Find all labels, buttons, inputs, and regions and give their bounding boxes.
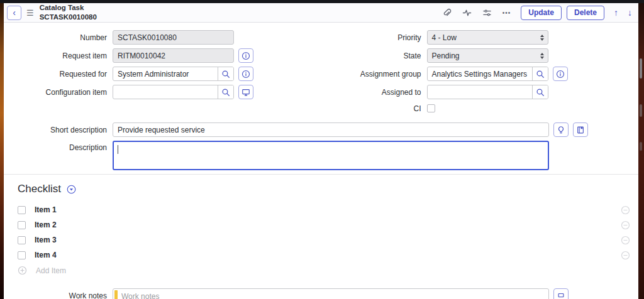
back-button[interactable]: ‹ xyxy=(7,6,21,20)
checklist-collapse-toggle[interactable] xyxy=(67,185,76,194)
requested-for-label: Requested for xyxy=(4,70,113,79)
assignment-group-field[interactable]: Analytics Settings Managers xyxy=(427,67,548,81)
field-row-work-notes: Work notes xyxy=(4,288,638,299)
field-row-priority: Priority 4 - Low xyxy=(321,30,639,45)
field-row-assigned-to: Assigned to xyxy=(321,85,639,99)
add-item-label: Add Item xyxy=(36,266,66,275)
number-value: SCTASK0010080 xyxy=(113,31,233,44)
state-select[interactable]: Pending xyxy=(427,48,548,63)
plus-circle-icon xyxy=(18,266,27,275)
item-4-checkbox[interactable] xyxy=(18,251,26,259)
priority-select[interactable]: 4 - Low xyxy=(427,30,548,45)
work-notes-field[interactable] xyxy=(113,288,549,299)
more-options-icon[interactable]: ••• xyxy=(502,9,511,16)
suggestion-button[interactable] xyxy=(553,122,569,137)
ci-label: CI xyxy=(321,104,427,113)
search-icon xyxy=(536,88,545,97)
assigned-to-field[interactable] xyxy=(427,85,548,99)
item-2-checkbox[interactable] xyxy=(18,221,26,229)
remove-item-icon[interactable] xyxy=(621,220,630,230)
short-description-label: Short description xyxy=(4,126,113,134)
assigned-to-lookup-button[interactable] xyxy=(532,85,548,99)
item-1-checkbox[interactable] xyxy=(18,206,26,214)
previous-record-icon[interactable]: ↑ xyxy=(614,8,618,18)
header-actions: ••• Update Delete ↑ ↓ xyxy=(431,6,632,20)
chevron-down-circle-icon xyxy=(67,185,76,194)
request-item-label: Request item xyxy=(4,52,113,60)
assignment-group-preview-button[interactable] xyxy=(553,67,568,81)
scrollbar-mark xyxy=(640,104,642,117)
remove-item-icon[interactable] xyxy=(621,236,630,245)
priority-value: 4 - Low xyxy=(432,33,457,42)
field-row-requested-for: Requested for System Administrator xyxy=(4,67,321,81)
record-number: SCTASK0010080 xyxy=(40,13,97,22)
configuration-item-field[interactable] xyxy=(113,85,234,99)
form-header: ‹ ☰ Catalog Task SCTASK0010080 xyxy=(4,3,638,23)
search-icon xyxy=(221,70,230,79)
checklist-title: Checklist xyxy=(18,183,61,195)
short-description-value: Provide requested service xyxy=(113,123,548,136)
lightbulb-icon xyxy=(557,126,565,134)
item-3-checkbox[interactable] xyxy=(18,236,26,244)
requested-for-value: System Administrator xyxy=(113,67,218,80)
configuration-item-value xyxy=(113,85,218,99)
page-title: Catalog Task SCTASK0010080 xyxy=(40,3,97,22)
catalog-task-form: ‹ ☰ Catalog Task SCTASK0010080 xyxy=(4,3,638,299)
assignment-group-label: Assignment group xyxy=(321,70,427,79)
configuration-item-lookup-button[interactable] xyxy=(218,85,233,99)
item-label: Item 3 xyxy=(35,236,57,244)
scrollbar-thumb[interactable] xyxy=(640,58,642,79)
checklist-header: Checklist xyxy=(18,183,638,195)
checklist-item: Item 1 xyxy=(18,202,638,217)
knowledge-search-button[interactable] xyxy=(573,122,588,137)
add-item-button[interactable]: Add Item xyxy=(18,266,638,275)
work-notes-input[interactable] xyxy=(118,289,548,299)
form-column-right: Priority 4 - Low State Pending Assignmen… xyxy=(321,30,639,114)
info-icon xyxy=(556,70,565,79)
paperclip-icon[interactable] xyxy=(442,8,452,18)
settings-sliders-icon[interactable] xyxy=(482,8,492,18)
configuration-item-dependency-button[interactable] xyxy=(238,85,253,99)
checklist-item: Item 2 xyxy=(18,217,638,232)
checklist-item: Item 3 xyxy=(18,232,638,247)
remove-item-icon[interactable] xyxy=(621,251,630,260)
assignment-group-value: Analytics Settings Managers xyxy=(428,67,532,80)
field-row-assignment-group: Assignment group Analytics Settings Mana… xyxy=(321,67,639,81)
form-column-left: Number SCTASK0010080 Request item RITM00… xyxy=(4,30,321,114)
scrollbar-mark xyxy=(640,142,642,151)
item-label: Item 2 xyxy=(35,220,57,229)
field-row-description: Description xyxy=(4,141,638,170)
activity-stream-icon[interactable] xyxy=(462,8,472,18)
requested-for-preview-button[interactable] xyxy=(238,67,253,81)
item-label: Item 1 xyxy=(35,205,57,214)
monitor-icon xyxy=(242,88,250,97)
request-item-value: RITM0010042 xyxy=(113,49,233,62)
field-row-short-description: Short description Provide requested serv… xyxy=(4,122,638,137)
delete-button[interactable]: Delete xyxy=(567,6,604,20)
requested-for-field[interactable]: System Administrator xyxy=(113,67,234,81)
remove-item-icon[interactable] xyxy=(621,205,630,215)
request-item-preview-button[interactable] xyxy=(238,48,253,63)
requested-for-lookup-button[interactable] xyxy=(218,67,233,80)
search-icon xyxy=(221,88,230,97)
record-type: Catalog Task xyxy=(40,3,97,13)
request-item-field: RITM0010042 xyxy=(113,48,234,63)
text-cursor xyxy=(118,145,118,154)
search-icon xyxy=(536,70,545,79)
field-row-state: State Pending xyxy=(321,48,639,63)
configuration-item-label: Configuration item xyxy=(4,88,113,97)
work-notes-activity-button[interactable] xyxy=(553,288,569,299)
next-record-icon[interactable]: ↓ xyxy=(628,8,632,18)
update-button[interactable]: Update xyxy=(521,6,562,20)
info-icon xyxy=(242,52,250,60)
description-textarea[interactable] xyxy=(113,141,549,170)
window-top-edge xyxy=(0,0,644,3)
activity-feed-icon xyxy=(557,291,565,299)
wallpaper-left-edge xyxy=(0,0,4,299)
window-right-edge xyxy=(638,0,644,299)
short-description-field[interactable]: Provide requested service xyxy=(113,122,549,137)
form-context-menu-icon[interactable]: ☰ xyxy=(26,8,34,18)
ci-checkbox[interactable] xyxy=(427,104,435,112)
chevron-left-icon: ‹ xyxy=(13,8,16,17)
assignment-group-lookup-button[interactable] xyxy=(532,67,548,80)
